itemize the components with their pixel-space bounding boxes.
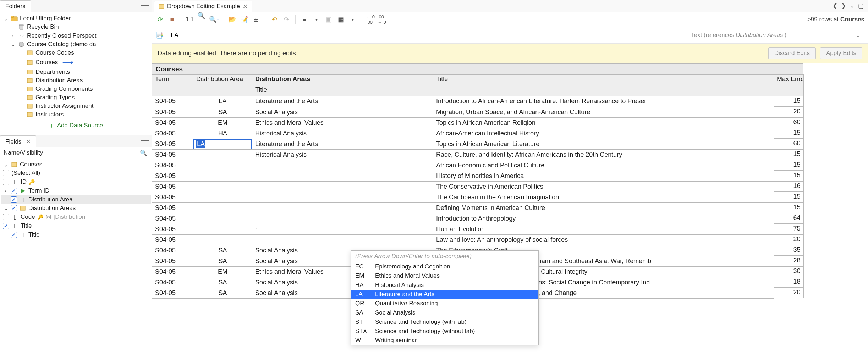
cell-editor[interactable]: LA	[193, 139, 252, 149]
autocomplete-option[interactable]: ECEpistemology and Cognition	[351, 262, 538, 271]
stop-button[interactable]: ■	[167, 15, 177, 24]
cell-distribution-area[interactable]: SA	[193, 277, 252, 288]
cell-distribution-area[interactable]	[193, 202, 252, 213]
chevron-right-icon[interactable]: ›	[10, 33, 16, 39]
table-row[interactable]: S04-05LALiterature and the ArtsTopics in…	[152, 139, 804, 149]
increase-decimal-button[interactable]: .00→.0	[378, 15, 386, 24]
cell-distribution-title[interactable]	[252, 234, 433, 245]
autocomplete-option[interactable]: STScience and Technology (with lab)	[351, 317, 538, 327]
tree-course-catalog[interactable]: ⌄ Course Catalog (demo da	[1, 40, 150, 49]
cell-distribution-area[interactable]	[193, 171, 252, 181]
checkbox[interactable]	[3, 214, 9, 220]
checkbox-checked[interactable]	[11, 196, 17, 203]
cell-max-enroll[interactable]: 64	[774, 213, 804, 224]
cell-max-enroll[interactable]: 28	[774, 256, 804, 266]
close-icon[interactable]: ✕	[26, 138, 31, 145]
filter-icon[interactable]: 🔍	[140, 149, 147, 157]
field-distribution-areas[interactable]: ⌄ Distribution Areas	[1, 204, 151, 212]
type-hint-dropdown[interactable]: Text (references Distribution Areas ) ⌄	[687, 29, 864, 41]
cell-distribution-area[interactable]	[193, 149, 252, 160]
cell-distribution-area[interactable]: EM	[193, 266, 252, 277]
autocomplete-option[interactable]: WWriting seminar	[351, 336, 538, 345]
cell-max-enroll[interactable]: 15	[774, 149, 804, 160]
cell-distribution-title[interactable]: Literature and the Arts	[252, 139, 433, 149]
field-select-all[interactable]: (Select All)	[1, 169, 151, 177]
cell-term[interactable]: S04-05	[152, 107, 193, 117]
dropdown-icon[interactable]: ⌄	[850, 2, 855, 10]
next-tab-button[interactable]: ❯	[841, 2, 846, 10]
chevron-down-icon[interactable]: ⌄	[3, 205, 9, 212]
cell-max-enroll[interactable]: 75	[774, 224, 804, 234]
table-row[interactable]: S04-05LALiterature and the ArtsIntroduct…	[152, 96, 804, 107]
cell-distribution-area[interactable]: SA	[193, 107, 252, 117]
cell-distribution-title[interactable]: Literature and the Arts	[252, 96, 433, 107]
discard-edits-button[interactable]: Discard Edits	[768, 47, 816, 59]
table-row[interactable]: S04-05SASocial AnalysisMigration, Urban …	[152, 107, 804, 117]
cell-distribution-area[interactable]	[193, 160, 252, 171]
chevron-down-icon[interactable]: ▾	[348, 15, 357, 24]
table-row[interactable]: S04-05HAHistorical AnalysisAfrican-Ameri…	[152, 128, 804, 139]
cell-max-enroll[interactable]: 15	[774, 202, 804, 213]
tree-table-item[interactable]: Grading Types	[1, 93, 150, 102]
field-title[interactable]: ▯ Title	[1, 221, 151, 230]
cell-max-enroll[interactable]: 15	[774, 171, 804, 181]
cell-max-enroll[interactable]: 20	[774, 288, 804, 298]
print-button[interactable]: 🖨	[252, 15, 261, 24]
cell-max-enroll[interactable]: 20	[774, 107, 804, 117]
cell-max-enroll[interactable]: 15	[774, 160, 804, 171]
redo-button[interactable]: ↷	[282, 15, 291, 24]
align-button[interactable]: ≡	[300, 15, 309, 24]
cell-distribution-area[interactable]	[193, 224, 252, 234]
cell-distribution-title[interactable]: Historical Analysis	[252, 149, 433, 160]
cell-term[interactable]: S04-05	[152, 160, 193, 171]
chevron-down-icon[interactable]: ▾	[312, 15, 321, 24]
chevron-down-icon[interactable]: ⌄	[3, 15, 9, 22]
checkbox-checked[interactable]	[11, 188, 17, 194]
cell-max-enroll[interactable]: 15	[774, 192, 804, 202]
tree-recycle-bin[interactable]: Recycle Bin	[1, 23, 150, 31]
checkbox-checked[interactable]	[11, 205, 17, 211]
table-row[interactable]: S04-05EMEthics and Moral ValuesTopics in…	[152, 117, 804, 128]
search-input[interactable]	[167, 29, 683, 41]
cell-distribution-area[interactable]: SA	[193, 288, 252, 298]
cell-term[interactable]: S04-05	[152, 224, 193, 234]
cell-distribution-title[interactable]	[252, 171, 433, 181]
cell-max-enroll[interactable]: 60	[774, 139, 804, 149]
open-button[interactable]: 📂	[227, 15, 237, 24]
cell-distribution-title[interactable]: n	[252, 224, 433, 234]
cell-title[interactable]: African Economic and Political Culture	[433, 160, 774, 171]
add-data-source-button[interactable]: ＋ Add Data Source	[1, 119, 150, 132]
cell-distribution-title[interactable]: Historical Analysis	[252, 128, 433, 139]
cell-title[interactable]: Race, Culture, and Identity: African Ame…	[433, 149, 774, 160]
refresh-button[interactable]: ⟳	[155, 15, 165, 24]
tree-table-item[interactable]: Grading Components	[1, 85, 150, 93]
cell-max-enroll[interactable]: 18	[774, 277, 804, 288]
cell-title[interactable]: History of Minorities in America	[433, 171, 774, 181]
column-header-term[interactable]: Term	[152, 75, 193, 96]
fields-tab[interactable]: Fields ✕	[0, 135, 36, 148]
table-row[interactable]: S04-05Law and love: An anthropology of s…	[152, 234, 804, 245]
cell-distribution-area[interactable]: EM	[193, 117, 252, 128]
chevron-down-icon[interactable]: ⌄	[10, 41, 16, 48]
cell-term[interactable]: S04-05	[152, 234, 193, 245]
autocomplete-option[interactable]: QRQuantitative Reasoning	[351, 299, 538, 308]
tree-table-item[interactable]: Course Codes	[1, 49, 150, 57]
cell-term[interactable]: S04-05	[152, 192, 193, 202]
cell-max-enroll[interactable]: 15	[774, 96, 804, 107]
checkbox[interactable]	[3, 170, 9, 176]
table-layout-button[interactable]: ▦	[336, 15, 345, 24]
cell-title[interactable]: Human Evolution	[433, 224, 774, 234]
tree-root[interactable]: ⌄ Local Ultorg Folder	[1, 14, 150, 23]
cell-distribution-area[interactable]: SA	[193, 245, 252, 256]
cell-distribution-title[interactable]	[252, 213, 433, 224]
field-code[interactable]: ▯ Code 🔑 ⋈ [Distribution	[1, 212, 151, 221]
editor-tab[interactable]: Dropdown Editing Example ✕	[154, 1, 252, 12]
field-id[interactable]: ▯ ID 🔑	[1, 177, 151, 186]
cell-distribution-area[interactable]	[193, 181, 252, 192]
cell-distribution-area[interactable]	[193, 192, 252, 202]
folders-tab[interactable]: Folders	[0, 0, 31, 12]
cell-distribution-area[interactable]	[193, 234, 252, 245]
table-row[interactable]: S04-05Defining Moments in American Cultu…	[152, 202, 804, 213]
cell-term[interactable]: S04-05	[152, 96, 193, 107]
cell-term[interactable]: S04-05	[152, 266, 193, 277]
